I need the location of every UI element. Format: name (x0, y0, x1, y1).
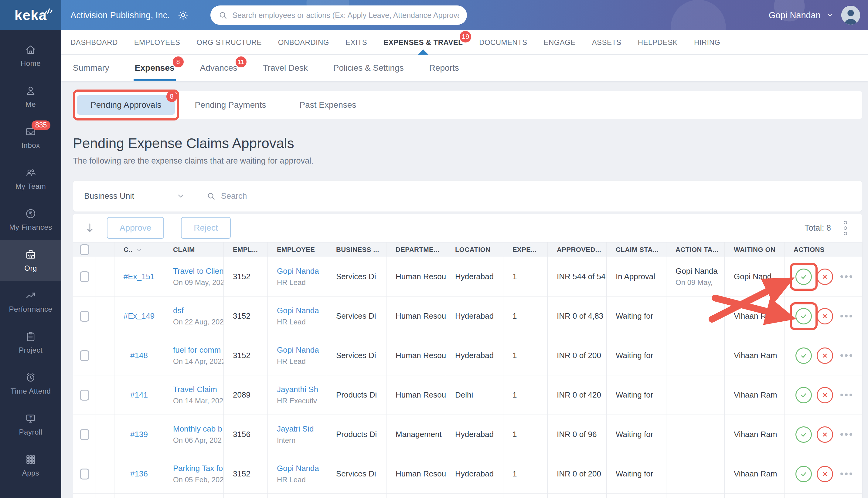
waiting-on-cell: Vihaan Ram (725, 297, 785, 336)
nav-item-hiring[interactable]: HIRING (694, 30, 720, 55)
row-more-options-icon[interactable] (840, 472, 852, 475)
employee-name-link[interactable]: Gopi Nanda (277, 345, 324, 355)
nav-item-assets[interactable]: ASSETS (592, 30, 621, 55)
employee-name-link[interactable]: Gopi Nanda (277, 464, 324, 473)
table-options-kebab-icon[interactable] (844, 221, 847, 235)
keka-logo[interactable]: keka (0, 0, 61, 30)
row-select-cell (73, 257, 96, 297)
tab-pending-approvals[interactable]: Pending Approvals8 (77, 95, 175, 115)
employee-number: 3156 (233, 430, 264, 439)
user-menu[interactable]: Gopi Nandan (769, 6, 868, 25)
reject-claim-button[interactable] (817, 427, 833, 443)
sidebar-item-home[interactable]: Home (0, 35, 61, 76)
subnav-item-policies-settings[interactable]: Policies & Settings (333, 55, 404, 81)
reject-claim-button[interactable] (817, 268, 833, 285)
sidebar-item-inbox[interactable]: 835Inbox (0, 117, 61, 158)
row-checkbox[interactable] (80, 271, 89, 282)
sidebar-item-label: Me (26, 100, 36, 109)
approve-button[interactable]: Approve (107, 217, 164, 239)
claim-status-cell: Waiting for (607, 376, 666, 415)
global-search-input[interactable] (232, 11, 459, 20)
col-header-c[interactable]: C.. (115, 243, 164, 257)
claim-number-link[interactable]: #148 (115, 351, 164, 360)
location: Hyderabad (455, 272, 500, 281)
avatar[interactable] (841, 6, 860, 25)
subnav-item-summary[interactable]: Summary (73, 55, 109, 81)
subnav-item-travel-desk[interactable]: Travel Desk (263, 55, 308, 81)
sidebar-item-org[interactable]: Org (0, 240, 61, 281)
tab-past-expenses[interactable]: Past Expenses (286, 95, 370, 115)
row-more-options-icon[interactable] (840, 315, 852, 317)
claim-title-link[interactable]: Travel to Clien (173, 266, 220, 276)
logo-spark-icon (42, 2, 53, 18)
sidebar-item-payroll[interactable]: ₹Payroll (0, 404, 61, 445)
nav-item-onboarding[interactable]: ONBOARDING (278, 30, 329, 55)
sidebar-item-project[interactable]: Project (0, 322, 61, 363)
approve-claim-button[interactable] (795, 308, 812, 324)
claim-number-link[interactable]: #141 (115, 390, 164, 400)
sub-nav: SummaryExpenses8Advances11Travel DeskPol… (61, 55, 868, 81)
approve-claim-button[interactable] (795, 466, 812, 482)
nav-item-engage[interactable]: ENGAGE (544, 30, 575, 55)
reject-claim-button[interactable] (817, 387, 833, 403)
reject-claim-button[interactable] (817, 308, 833, 324)
row-more-options-icon[interactable] (840, 433, 852, 436)
approve-claim-button[interactable] (795, 268, 812, 285)
row-checkbox[interactable] (80, 469, 89, 480)
subnav-item-label: Advances (200, 63, 237, 73)
table-search-input[interactable] (221, 192, 853, 201)
sort-chevron-icon[interactable] (135, 246, 143, 253)
claim-number-link[interactable]: #Ex_151 (115, 272, 164, 281)
nav-item-helpdesk[interactable]: HELPDESK (638, 30, 678, 55)
nav-item-documents[interactable]: DOCUMENTS (479, 30, 527, 55)
business-unit-select[interactable]: Business Unit (73, 181, 197, 211)
sidebar-item-my-finances[interactable]: ₹My Finances (0, 199, 61, 240)
approve-claim-button[interactable] (795, 387, 812, 403)
select-all-checkbox[interactable] (80, 244, 89, 255)
claim-number-link[interactable]: #Ex_149 (115, 311, 164, 321)
claim-title-link[interactable]: Travel Claim (173, 385, 220, 394)
payroll-icon: ₹ (25, 413, 36, 424)
actions-cell (785, 297, 863, 336)
reject-button[interactable]: Reject (181, 217, 231, 239)
nav-item-org-structure[interactable]: ORG STRUCTURE (196, 30, 262, 55)
reject-claim-button[interactable] (817, 348, 833, 364)
nav-item-dashboard[interactable]: DASHBOARD (70, 30, 118, 55)
subnav-item-expenses[interactable]: Expenses8 (135, 55, 174, 81)
row-checkbox[interactable] (80, 390, 89, 401)
claim-number-link[interactable]: #136 (115, 469, 164, 479)
nav-item-expenses-travel[interactable]: EXPENSES & TRAVEL19 (384, 30, 463, 55)
sidebar-item-my-team[interactable]: My Team (0, 158, 61, 199)
row-more-options-icon[interactable] (840, 394, 852, 396)
sidebar-item-time-attend[interactable]: Time Attend (0, 363, 61, 404)
sidebar-item-performance[interactable]: Performance (0, 281, 61, 322)
row-checkbox[interactable] (80, 311, 89, 322)
sort-arrow-icon[interactable] (84, 222, 96, 234)
claim-number-link[interactable]: #139 (115, 430, 164, 439)
row-more-options-icon[interactable] (840, 275, 852, 278)
sidebar-item-apps[interactable]: Apps (0, 445, 61, 486)
claim-title-link[interactable]: Parking Tax fo (173, 464, 220, 473)
nav-item-exits[interactable]: EXITS (346, 30, 367, 55)
team-icon (25, 167, 36, 179)
nav-item-employees[interactable]: EMPLOYEES (134, 30, 180, 55)
claim-title-link[interactable]: dsf (173, 306, 220, 315)
employee-name-link[interactable]: Gopi Nanda (277, 306, 324, 315)
row-checkbox[interactable] (80, 350, 89, 361)
employee-name-link[interactable]: Jayatri Sid (277, 424, 324, 434)
subnav-item-advances[interactable]: Advances11 (200, 55, 237, 81)
approve-claim-button[interactable] (795, 427, 812, 443)
tab-pending-payments[interactable]: Pending Payments (182, 95, 280, 115)
row-checkbox[interactable] (80, 429, 89, 440)
reject-claim-button[interactable] (817, 466, 833, 482)
employee-name-link[interactable]: Jayanthi Sh (277, 385, 324, 394)
subnav-item-reports[interactable]: Reports (429, 55, 459, 81)
sidebar-item-me[interactable]: Me (0, 76, 61, 117)
claim-title-link[interactable]: fuel for comm (173, 345, 220, 355)
row-more-options-icon[interactable] (840, 354, 852, 357)
claim-title-link[interactable]: Monthly cab b (173, 424, 220, 434)
expenses-cell: 1 (503, 336, 548, 376)
gear-icon[interactable] (178, 10, 189, 21)
employee-name-link[interactable]: Gopi Nanda (277, 266, 324, 276)
approve-claim-button[interactable] (795, 348, 812, 364)
